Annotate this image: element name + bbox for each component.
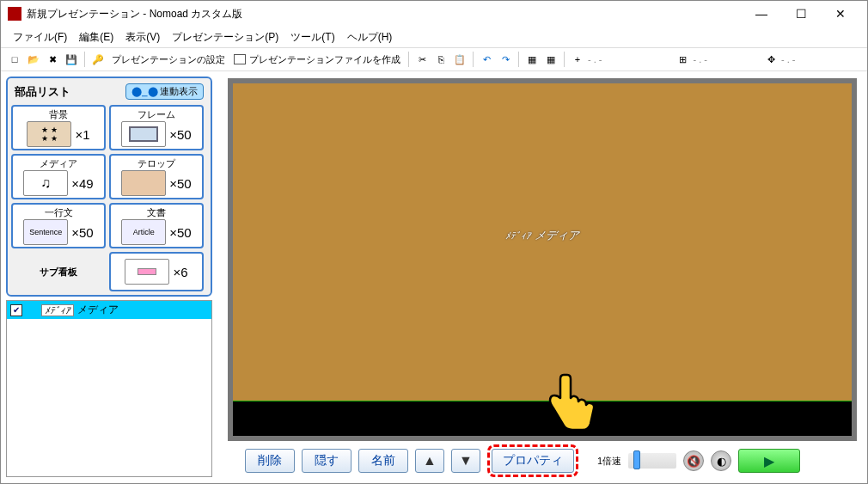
plus-icon[interactable]: + [569, 51, 586, 68]
part-media[interactable]: メディア ♫ ×49 [11, 154, 106, 199]
item-list[interactable]: ✔ ﾒﾃﾞｨｱ メディア [6, 300, 212, 477]
parts-title: 部品リスト [15, 84, 70, 100]
window-close[interactable]: ✕ [821, 1, 860, 27]
open-icon[interactable]: 📂 [25, 51, 42, 68]
part-frame[interactable]: フレーム ×50 [109, 105, 204, 150]
window-minimize[interactable]: — [742, 1, 781, 27]
part-telop[interactable]: テロップ ×50 [109, 154, 204, 199]
canvas-footer [233, 401, 852, 436]
name-button[interactable]: 名前 [358, 449, 408, 473]
part-subsign[interactable]: ×6 [109, 252, 204, 291]
part-subsign-label: サブ看板 [11, 252, 106, 291]
globe-icon[interactable]: ◐ [711, 450, 731, 471]
left-panel: 部品リスト ⬤⎯⬤ 連動表示 背景 ★ ★★ ★ ×1 フレーム [1, 71, 217, 482]
move-icon[interactable]: ✥ [762, 51, 779, 68]
toolbar-dash1: - . - [588, 54, 602, 64]
right-panel: ﾒﾃﾞｨｱ メディア 削除 隠す 名前 ▲ ▼ プロパティ 1倍速 🔇 ◐ ▶ [217, 71, 867, 482]
new-icon[interactable]: □ [6, 51, 23, 68]
part-article[interactable]: 文書 Article ×50 [109, 203, 204, 248]
hide-button[interactable]: 隠す [302, 449, 351, 473]
part-background[interactable]: 背景 ★ ★★ ★ ×1 [11, 105, 106, 150]
menu-file[interactable]: ファイル(F) [8, 28, 72, 46]
cut-icon[interactable]: ✂ [413, 51, 431, 68]
thumb-frame [121, 121, 166, 147]
list-item-name: メディア [77, 303, 119, 317]
toolbar-dash2: - . - [694, 54, 708, 64]
presentation-settings-button[interactable]: プレゼンテーションの設定 [108, 50, 229, 69]
redo-icon[interactable]: ↷ [497, 51, 514, 68]
thumb-background: ★ ★★ ★ [27, 121, 71, 147]
toolbar-dash3: - . - [781, 54, 796, 64]
checkbox-icon[interactable]: ✔ [10, 304, 22, 316]
parts-panel: 部品リスト ⬤⎯⬤ 連動表示 背景 ★ ★★ ★ ×1 フレーム [6, 77, 212, 297]
grid1-icon[interactable]: ▦ [523, 51, 541, 68]
menu-view[interactable]: 表示(V) [120, 28, 165, 46]
thumb-telop [121, 170, 166, 196]
grid2-icon[interactable]: ▦ [542, 51, 559, 68]
settings-label: プレゼンテーションの設定 [112, 53, 225, 66]
list-item[interactable]: ✔ ﾒﾃﾞｨｱ メディア [7, 301, 211, 319]
move-down-button[interactable]: ▼ [451, 449, 480, 473]
thumb-sentence: Sentence [23, 219, 68, 245]
makefile-label: プレゼンテーションファイルを作成 [249, 53, 400, 66]
properties-button[interactable]: プロパティ [492, 449, 574, 473]
save-icon[interactable]: 💾 [63, 51, 80, 68]
bottom-bar: 削除 隠す 名前 ▲ ▼ プロパティ 1倍速 🔇 ◐ ▶ [228, 446, 857, 475]
menubar: ファイル(F) 編集(E) 表示(V) プレゼンテーション(P) ツール(T) … [1, 27, 867, 47]
paste-icon[interactable]: 📋 [451, 51, 468, 68]
window-title: 新規プレゼンテーション - Nomoad カスタム版 [27, 7, 742, 21]
thumb-article: Article [121, 219, 166, 245]
canvas-media-label[interactable]: ﾒﾃﾞｨｱ メディア [505, 228, 579, 243]
part-sentence[interactable]: 一行文 Sentence ×50 [11, 203, 106, 248]
window-maximize[interactable]: ☐ [781, 1, 821, 27]
menu-presentation[interactable]: プレゼンテーション(P) [167, 28, 284, 46]
link-display-badge[interactable]: ⬤⎯⬤ 連動表示 [125, 83, 204, 100]
undo-icon[interactable]: ↶ [478, 51, 495, 68]
move-up-button[interactable]: ▲ [415, 449, 444, 473]
menu-tool[interactable]: ツール(T) [285, 28, 339, 46]
play-button[interactable]: ▶ [738, 449, 800, 473]
speed-slider[interactable] [628, 453, 676, 469]
mute-icon[interactable]: 🔇 [683, 450, 704, 471]
delete-button[interactable]: 削除 [245, 449, 295, 473]
thumb-subsign [125, 259, 169, 285]
menu-edit[interactable]: 編集(E) [74, 28, 119, 46]
key-icon[interactable]: 🔑 [89, 51, 107, 68]
speed-label: 1倍速 [597, 455, 621, 468]
properties-highlight: プロパティ [487, 444, 578, 477]
play-icon: ▶ [764, 453, 774, 469]
canvas[interactable]: ﾒﾃﾞｨｱ メディア [228, 78, 857, 441]
canvas-body[interactable]: ﾒﾃﾞｨｱ メディア [233, 83, 852, 401]
titlebar: 新規プレゼンテーション - Nomoad カスタム版 — ☐ ✕ [1, 1, 867, 27]
close-doc-icon[interactable]: ✖ [44, 51, 61, 68]
list-item-tag: ﾒﾃﾞｨｱ [41, 304, 74, 316]
toolbar: □ 📂 ✖ 💾 🔑 プレゼンテーションの設定 プレゼンテーションファイルを作成 … [1, 47, 867, 71]
thumb-media: ♫ [23, 170, 68, 196]
make-presentation-file-button[interactable]: プレゼンテーションファイルを作成 [230, 50, 404, 69]
menu-help[interactable]: ヘルプ(H) [342, 28, 398, 46]
app-icon [8, 7, 21, 21]
copy-icon[interactable]: ⎘ [432, 51, 449, 68]
boxplus-icon[interactable]: ⊞ [675, 51, 692, 68]
